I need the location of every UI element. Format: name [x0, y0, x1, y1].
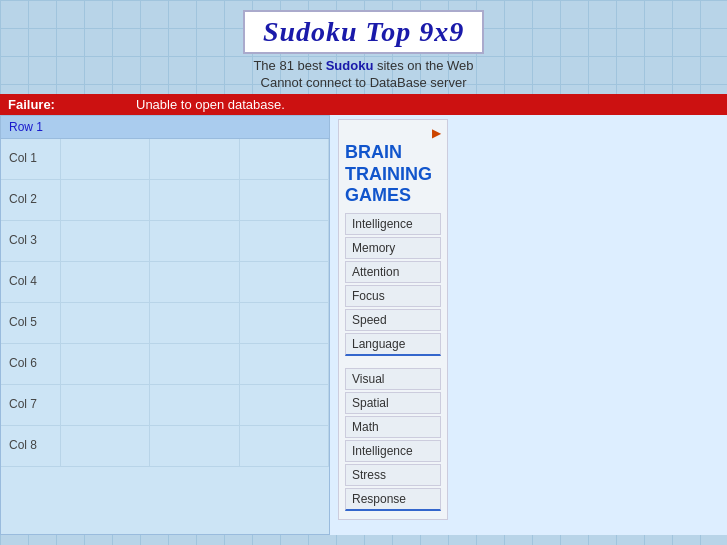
- data-cell: [150, 426, 239, 466]
- ad-box: ▶ BRAINTRAININGGAMES Intelligence Memory…: [338, 119, 448, 520]
- table-row: Col 7: [1, 385, 329, 426]
- header-error: Cannot connect to DataBase server: [0, 75, 727, 90]
- subtitle-bold: Sudoku: [326, 58, 374, 73]
- row-label-col1: Col 1: [1, 139, 61, 179]
- ad-item-memory[interactable]: Memory: [345, 237, 441, 259]
- row-label-col8: Col 8: [1, 426, 61, 466]
- table-row: Col 3: [1, 221, 329, 262]
- ad-item-intelligence[interactable]: Intelligence: [345, 213, 441, 235]
- ad-item-focus[interactable]: Focus: [345, 285, 441, 307]
- data-cell: [240, 221, 329, 261]
- data-cell: [150, 262, 239, 302]
- data-cell: [240, 426, 329, 466]
- data-cell: [61, 139, 150, 179]
- site-title: Sudoku Top 9x9: [243, 10, 484, 54]
- ad-item-math[interactable]: Math: [345, 416, 441, 438]
- ad-arrow: ▶: [345, 126, 441, 140]
- data-cell: [240, 303, 329, 343]
- row-label-col6: Col 6: [1, 344, 61, 384]
- data-cell: [61, 262, 150, 302]
- subtitle-text1: The 81 best: [253, 58, 325, 73]
- table-row: Col 4: [1, 262, 329, 303]
- row-label-col7: Col 7: [1, 385, 61, 425]
- page-header: Sudoku Top 9x9 The 81 best Sudoku sites …: [0, 0, 727, 94]
- data-cell: [240, 262, 329, 302]
- right-panel: ▶ BRAINTRAININGGAMES Intelligence Memory…: [330, 115, 727, 535]
- ad-item-speed[interactable]: Speed: [345, 309, 441, 331]
- data-cell: [61, 221, 150, 261]
- data-cell: [150, 385, 239, 425]
- ad-list-2: Visual Spatial Math Intelligence Stress …: [345, 368, 441, 511]
- main-layout: Row 1 Col 1 Col 2 Col 3 Col 4: [0, 115, 727, 535]
- left-panel: Row 1 Col 1 Col 2 Col 3 Col 4: [0, 115, 330, 535]
- table-row: Col 8: [1, 426, 329, 467]
- ad-item-spatial[interactable]: Spatial: [345, 392, 441, 414]
- data-cell: [61, 385, 150, 425]
- data-cell: [150, 221, 239, 261]
- table-row: Col 2: [1, 180, 329, 221]
- data-cell: [61, 303, 150, 343]
- data-cell: [61, 426, 150, 466]
- data-cell: [150, 303, 239, 343]
- subtitle-text2: sites on the Web: [373, 58, 473, 73]
- brain-training-title: BRAINTRAININGGAMES: [345, 142, 441, 207]
- data-cell: [240, 180, 329, 220]
- data-cell: [240, 385, 329, 425]
- ad-item-visual[interactable]: Visual: [345, 368, 441, 390]
- data-cell: [240, 344, 329, 384]
- data-cell: [150, 344, 239, 384]
- row-label-col5: Col 5: [1, 303, 61, 343]
- header-subtitle: The 81 best Sudoku sites on the Web: [0, 58, 727, 73]
- row-label-col4: Col 4: [1, 262, 61, 302]
- ad-list-1: Intelligence Memory Attention Focus Spee…: [345, 213, 441, 356]
- ad-item-stress[interactable]: Stress: [345, 464, 441, 486]
- ad-item-language[interactable]: Language: [345, 333, 441, 356]
- ad-item-response[interactable]: Response: [345, 488, 441, 511]
- table-row: Col 5: [1, 303, 329, 344]
- error-message: Unable to open database.: [136, 97, 285, 112]
- row-label-col2: Col 2: [1, 180, 61, 220]
- data-cell: [240, 139, 329, 179]
- table-row: Col 6: [1, 344, 329, 385]
- ad-item-attention[interactable]: Attention: [345, 261, 441, 283]
- data-cell: [150, 139, 239, 179]
- data-cell: [150, 180, 239, 220]
- ad-item-intelligence2[interactable]: Intelligence: [345, 440, 441, 462]
- table-row: Col 1: [1, 139, 329, 180]
- error-bar: Failure: Unable to open database.: [0, 94, 727, 115]
- error-label: Failure:: [8, 97, 128, 112]
- data-cell: [61, 180, 150, 220]
- row-label-col3: Col 3: [1, 221, 61, 261]
- data-cell: [61, 344, 150, 384]
- table-header: Row 1: [1, 116, 329, 139]
